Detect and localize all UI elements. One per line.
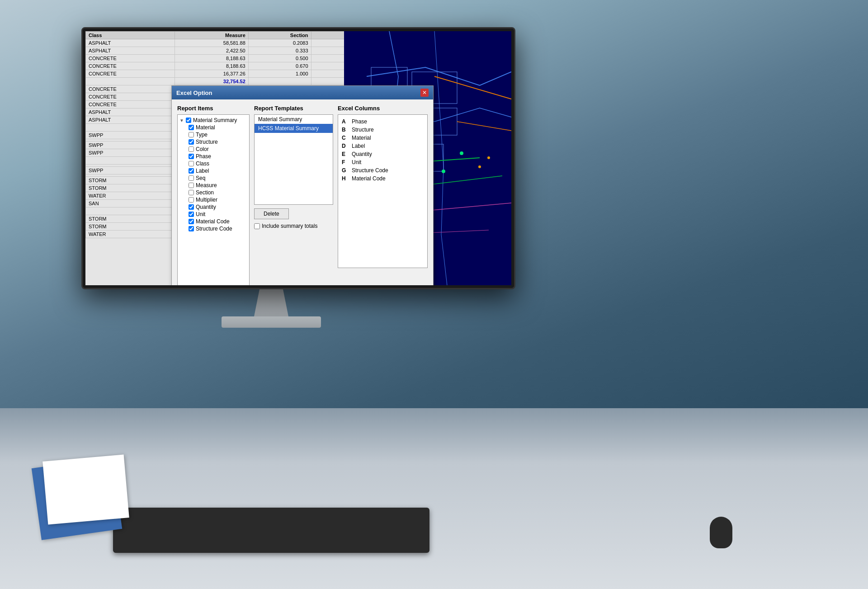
templates-list: Material Summary HCSS Material Summary [254,114,333,205]
checkbox-section[interactable] [189,190,194,195]
checkbox-quantity[interactable] [189,204,194,210]
col-letter-a: A [342,118,349,125]
column-c: C Material [342,134,424,142]
desk-surface [0,408,868,589]
column-d: D Label [342,142,424,150]
report-templates-panel: Report Templates Material Summary HCSS M… [254,105,333,285]
close-button[interactable]: ✕ [420,89,429,97]
include-summary-label: Include summary totals [262,223,317,229]
tree-item-seq[interactable]: Seq [179,174,247,182]
label-material-code: Material Code [196,218,230,225]
checkbox-structure[interactable] [189,139,194,145]
col-letter-d: D [342,143,349,149]
column-h: H Material Code [342,174,424,183]
dialog-overlay: Excel Option ✕ Report Items ▼ Mater [85,31,511,285]
checkbox-label[interactable] [189,168,194,174]
delete-button[interactable]: Delete [254,208,289,219]
template-material-summary[interactable]: Material Summary [255,115,333,124]
label-seq: Seq [196,175,205,181]
col-name-g: Structure Code [352,167,388,174]
checkbox-material-summary[interactable] [186,118,191,123]
label-phase: Phase [196,153,211,160]
dialog-titlebar: Excel Option ✕ [172,86,433,99]
col-name-a: Phase [352,118,367,125]
tree-item-quantity[interactable]: Quantity [179,203,247,211]
col-name-h: Material Code [352,175,386,182]
report-items-tree: ▼ Material Summary Material Type [177,114,250,285]
checkbox-phase[interactable] [189,154,194,159]
label-material: Material [196,124,215,131]
label-color: Color [196,146,209,152]
include-summary-row: Include summary totals [254,223,333,229]
column-g: G Structure Code [342,166,424,174]
label-material-summary: Material Summary [193,117,237,123]
col-name-c: Material [352,135,371,141]
tree-item-measure[interactable]: Measure [179,182,247,189]
col-name-b: Structure [352,127,374,133]
tree-item-phase[interactable]: Phase [179,153,247,160]
label-unit: Unit [196,211,205,217]
checkbox-seq[interactable] [189,175,194,181]
checkbox-material-code[interactable] [189,219,194,224]
tree-item-material-code[interactable]: Material Code [179,218,247,225]
tree-item-unit[interactable]: Unit [179,211,247,218]
tree-item-color[interactable]: Color [179,146,247,153]
monitor: Class Measure Section Multiplier Quantit… [81,27,515,289]
column-a: A Phase [342,118,424,126]
col-name-d: Label [352,143,365,149]
col-letter-c: C [342,135,349,141]
tree-item-class[interactable]: Class [179,160,247,167]
col-letter-b: B [342,127,349,133]
label-multiplier: Multiplier [196,197,217,203]
col-letter-g: G [342,167,349,174]
label-section: Section [196,189,214,196]
report-items-panel: Report Items ▼ Material Summary Material [177,105,250,285]
checkbox-color[interactable] [189,146,194,152]
label-label: Label [196,168,209,174]
checkbox-class[interactable] [189,161,194,166]
col-letter-e: E [342,151,349,157]
label-measure: Measure [196,182,217,188]
checkbox-material[interactable] [189,125,194,130]
template-hcss-material-summary[interactable]: HCSS Material Summary [255,124,333,133]
tree-item-label[interactable]: Label [179,167,247,174]
column-f: F Unit [342,158,424,166]
monitor-screen: Class Measure Section Multiplier Quantit… [85,31,511,285]
dialog-title: Excel Option [176,90,212,96]
excel-columns-title: Excel Columns [338,105,428,112]
tree-item-multiplier[interactable]: Multiplier [179,196,247,203]
keyboard [113,508,429,553]
tree-item-section[interactable]: Section [179,189,247,196]
columns-list: A Phase B Structure C Material [338,114,428,268]
report-items-title: Report Items [177,105,250,112]
column-b: B Structure [342,126,424,134]
monitor-base [222,316,321,328]
label-structure-code: Structure Code [196,226,232,232]
mouse [710,517,732,548]
col-letter-h: H [342,175,349,182]
tree-item-material[interactable]: Material [179,124,247,131]
tree-item-structure-code[interactable]: Structure Code [179,225,247,232]
tree-item-material-summary[interactable]: ▼ Material Summary [179,117,247,124]
checkbox-structure-code[interactable] [189,226,194,231]
expand-icon[interactable]: ▼ [179,118,184,123]
dialog-body: Report Items ▼ Material Summary Material [172,99,433,285]
excel-option-dialog: Excel Option ✕ Report Items ▼ Mater [171,85,434,285]
col-letter-f: F [342,159,349,165]
checkbox-measure[interactable] [189,183,194,188]
checkbox-unit[interactable] [189,212,194,217]
report-templates-title: Report Templates [254,105,333,112]
label-quantity: Quantity [196,204,216,210]
include-summary-checkbox[interactable] [254,223,260,229]
excel-columns-panel: Excel Columns A Phase B Structure [338,105,428,285]
col-name-e: Quantity [352,151,372,157]
tree-item-structure[interactable]: Structure [179,138,247,146]
label-structure: Structure [196,139,218,145]
col-name-f: Unit [352,159,361,165]
checkbox-type[interactable] [189,132,194,137]
label-type: Type [196,132,208,138]
column-e: E Quantity [342,150,424,158]
label-class: Class [196,160,209,167]
tree-item-type[interactable]: Type [179,131,247,138]
checkbox-multiplier[interactable] [189,197,194,203]
